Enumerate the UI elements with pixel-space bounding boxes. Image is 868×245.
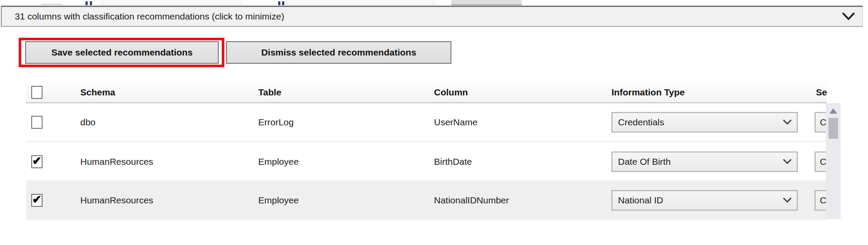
cropped-ui-remnant [278,1,280,5]
scroll-up-icon[interactable] [829,108,837,114]
table-row: ✔ HumanResources Employee NationalIDNumb… [26,180,827,220]
cropped-ui-remnant [451,0,522,5]
information-type-dropdown[interactable]: National ID [612,190,798,210]
cell-column: UserName [434,117,477,127]
chevron-down-icon[interactable] [842,12,855,21]
header-schema: Schema [80,87,115,98]
dropdown-value: Credentials [618,117,664,127]
cell-schema: dbo [80,117,95,127]
recommendations-table: Schema Table Column Information Type Se … [26,82,827,219]
save-selected-recommendations-button[interactable]: Save selected recommendations [25,41,219,64]
chevron-down-icon [783,157,792,167]
cell-schema: HumanResources [80,157,153,167]
row-checkbox[interactable]: ✔ [31,194,43,207]
select-all-checkbox[interactable] [31,86,43,99]
table-row: dbo ErrorLog UserName Credentials C [26,103,827,142]
cell-schema: HumanResources [80,195,153,206]
information-type-dropdown[interactable]: Credentials [612,112,798,132]
header-column: Column [434,87,468,98]
checkmark-icon: ✔ [32,194,42,205]
dropdown-value: C [820,157,826,167]
cropped-ui-remnant [41,4,62,5]
cell-column: BirthDate [434,157,472,167]
table-row: ✔ HumanResources Employee BirthDate Date… [26,143,827,180]
dropdown-value: C [820,117,826,127]
cell-column: NationalIDNumber [434,195,509,206]
header-table: Table [258,87,281,98]
chevron-down-icon [783,195,792,206]
dropdown-value: National ID [618,195,663,206]
cropped-ui-remnant [85,1,88,5]
dropdown-value: Date Of Birth [618,157,671,167]
cell-table: Employee [258,157,299,167]
header-sensitivity-label: Se [816,87,827,98]
cropped-ui-remnant [282,1,284,5]
cell-table: Employee [258,195,299,206]
chevron-down-icon [783,117,792,127]
cropped-ui-remnant [100,0,242,5]
header-information-type: Information Type [612,87,685,98]
recommendations-banner[interactable]: 31 columns with classification recommend… [1,6,863,27]
row-checkbox[interactable] [31,116,43,129]
information-type-dropdown[interactable]: Date Of Birth [612,151,798,172]
row-checkbox[interactable]: ✔ [31,155,43,168]
cell-table: ErrorLog [258,117,294,127]
cropped-ui-remnant [90,1,92,5]
data-classification-pane: 31 columns with classification recommend… [0,0,868,245]
vertical-scrollbar[interactable] [826,103,841,219]
recommendations-banner-label: 31 columns with classification recommend… [2,11,284,22]
dropdown-value: C [820,195,826,206]
cropped-ui-remnant [286,0,437,5]
checkmark-icon: ✔ [32,155,42,167]
table-header-row: Schema Table Column Information Type Se [26,82,827,103]
dismiss-selected-recommendations-button[interactable]: Dismiss selected recommendations [226,41,451,64]
scrollbar-thumb[interactable] [829,118,838,139]
